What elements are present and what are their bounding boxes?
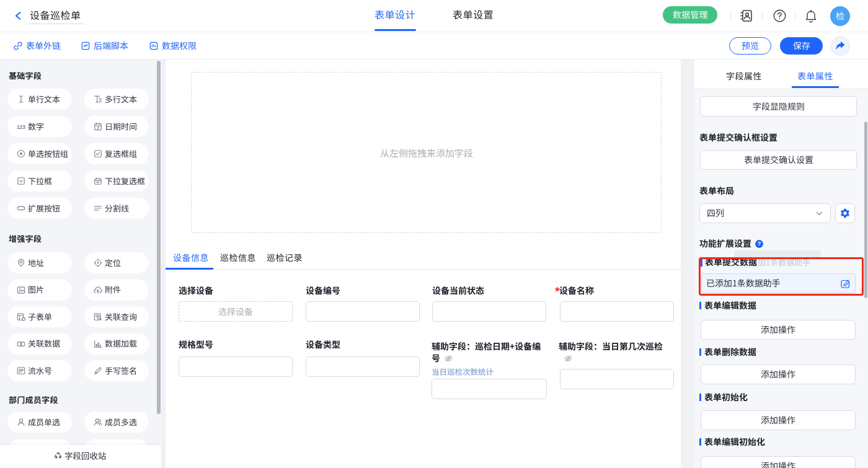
svg-text:123: 123 xyxy=(17,124,25,130)
